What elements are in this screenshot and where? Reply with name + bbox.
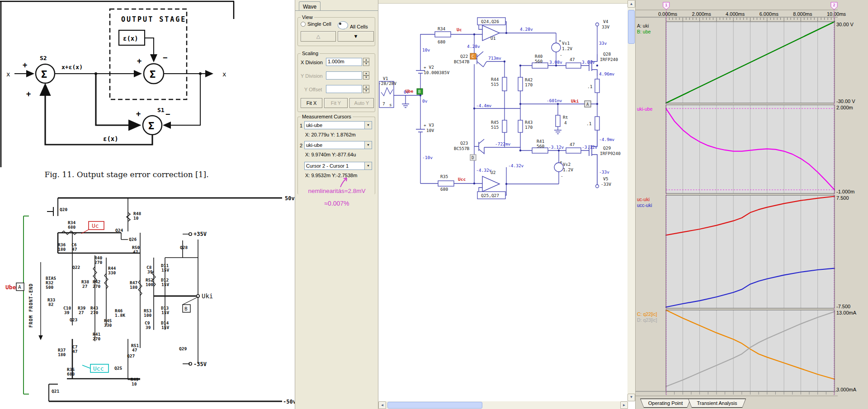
chevron-down-icon[interactable]: ▼ [364,122,372,129]
vscroll-thumb[interactable] [628,10,635,44]
cursor2-signal-select[interactable]: uki-ube ▼ [304,141,372,149]
trace-legend-label: B: ube [637,29,651,34]
editor-label: 3.08v [582,60,595,65]
fit-x-button[interactable]: Fit X [301,98,322,108]
from-front-end-label: FROM FRONT-END [28,283,33,328]
scale-min-label: -7.500 [836,304,850,309]
chevron-down-icon[interactable]: ▼ [364,141,372,149]
schematic-label: 180 [130,285,137,290]
editor-label: R45 [491,120,499,125]
schematic-label: 15V [161,282,169,287]
label-output-stage: OUTPUT STAGE [121,15,186,24]
label-plus: + [23,61,27,70]
editor-top-strip [378,0,636,4]
y-offset-spinner[interactable]: ▲▼ [363,85,369,93]
editor-label: 10.000385V [424,70,449,75]
editor-label: -3.12v [548,145,564,150]
scroll-up-icon[interactable]: ▲ [627,0,635,8]
editor-label: 33v [599,41,607,46]
editor-label: s [389,102,392,107]
scroll-left-icon[interactable]: ◄ [378,401,386,409]
schematic-editor[interactable]: B C D A V1-28/28V7s+ V210.000385V+ V310V… [378,0,635,409]
editor-label: + [559,38,561,43]
schematic-label: 39 [64,310,70,315]
editor-vscrollbar[interactable]: ▲ ▼ [627,0,635,401]
tab-wave[interactable]: Wave [299,1,321,11]
measurement-cursors-groupbox: Measurement Cursors 1 uki-ube ▼ X: 20.77… [297,117,375,194]
cell-down-button[interactable]: ▼ [338,31,374,42]
trace-legend-label: A: uki [637,23,649,28]
scroll-down-icon[interactable]: ▼ [627,394,635,401]
cursor1-signal-select[interactable]: uki-ube ▼ [304,121,372,129]
editor-label: -28/28V [378,81,396,86]
radio-all-cells[interactable]: All Cells [338,21,368,29]
x-division-input[interactable]: 1.000m [326,58,362,66]
waveform-viewer: 0.000ms2.000ms4.000ms6.000ms8.000ms10.00… [635,0,868,409]
waveform-chart-area[interactable]: 0.000ms2.000ms4.000ms6.000ms8.000ms10.00… [636,0,868,400]
ruler-tick-label: 10.00ms [827,11,846,17]
y-offset-input[interactable] [326,85,362,93]
editor-label: -4.32v [476,168,492,173]
radio-single-cell-circle[interactable] [301,22,306,27]
schematic-label: 47 [72,247,77,252]
radio-single-cell-label: Single Cell [307,21,331,27]
x-division-label: X Division [301,60,323,65]
chevron-down-icon[interactable]: ▼ [364,162,372,169]
schematic-label: 180 [58,247,66,252]
view-groupbox: View Single Cell All Cells △ ▼ [297,17,375,46]
sigma-out: Σ [150,69,156,80]
editor-label: Uc [457,27,462,32]
editor-label: 4.28v [467,44,480,49]
editor-label: .1 [587,84,593,89]
cursor-diff-select[interactable]: Cursor 2 - Cursor 1 ▼ [304,162,372,170]
scale-max-label: 2.000m [836,105,853,110]
hscroll-thumb[interactable] [387,402,482,409]
auto-y-button[interactable]: Auto Y [349,98,374,108]
tab-operating-point[interactable]: Operating Point [640,399,691,408]
tab-transient-analysis[interactable]: Transient Analysis [688,399,746,408]
y-division-label: Y Division [301,73,323,79]
editor-label: R35 [440,174,448,179]
editor-label: Q29 [603,146,611,150]
annotation-arrow-icon [339,176,352,188]
schematic-label: 10 [133,216,139,221]
cursor-2-flag-label: 2 [833,3,835,7]
fit-y-button[interactable]: Fit Y [324,98,348,108]
editor-label: 3.08v [549,60,562,65]
y-offset-label: Y Offset [304,87,322,92]
waveform-svg[interactable]: 0.000ms2.000ms4.000ms6.000ms8.000ms10.00… [636,0,868,398]
scale-max-label: 7.500 [836,195,849,201]
ucc-label: Ucc [93,365,104,372]
schematic-label: 680 [67,371,75,376]
y-division-input[interactable] [326,71,362,80]
schematic-label: 680 [68,225,75,230]
radio-single-cell[interactable]: Single Cell [301,21,331,27]
probe-a-label: A [18,284,21,290]
y-division-spinner[interactable]: ▲▼ [363,71,369,80]
editor-label: 1.2V [562,46,572,51]
label-eps-block: ε(x) [123,35,138,42]
rail-50v: 50v [285,195,295,202]
trace-legend-label: uc-uki [637,197,650,202]
nonlinearity-percent: ≈0.007% [295,200,378,207]
radio-all-cells-circle[interactable] [338,21,348,29]
scroll-right-icon[interactable]: ► [620,401,628,409]
scaling-legend: Scaling [301,51,320,56]
editor-hscrollbar[interactable]: ◄ ► [378,401,628,409]
schematic-label: 39 [146,325,151,330]
label-plus-s1: + [136,109,141,118]
cursor1-signal-value: uki-ube [306,122,322,128]
schematic-label: 27 [82,284,87,289]
cell-up-button[interactable]: △ [301,31,336,42]
scanned-schematic-labels: Q20R4810R34680Q24Q26R36180C647R5047Q28R4… [46,207,188,394]
schematic-label: 10 [132,381,137,386]
editor-canvas[interactable]: B C D A V1-28/28V7s+ V210.000385V+ V310V… [378,4,628,401]
editor-label: - [560,52,562,57]
editor-label: -33V [601,182,611,187]
editor-label: Vs2 [563,162,571,167]
x-division-spinner[interactable]: ▲▼ [363,58,369,66]
editor-label: IRFP9240 [600,151,621,156]
schematic-label: Q28 [180,245,188,250]
ruler-tick-label: 8.000ms [793,11,812,17]
schematic-label: 270 [94,260,102,265]
